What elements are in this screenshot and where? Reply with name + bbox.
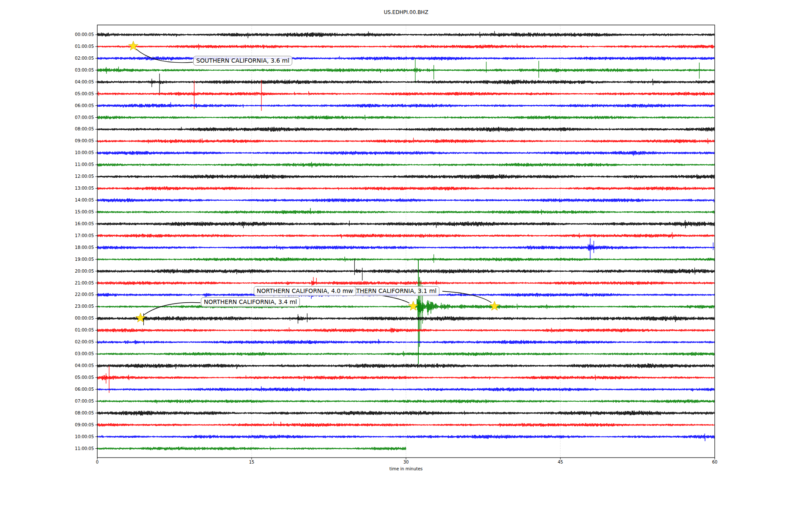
seismogram-figure: US.EDHPI.00.BHZ 00:00:0501:00:0502:00:05… — [0, 0, 812, 508]
trace-20:00:05-20 — [97, 268, 715, 274]
y-tick-label: 00:00:05 — [54, 316, 94, 321]
annotation-arrow — [442, 291, 491, 303]
y-tick-label: 03:00:05 — [54, 68, 94, 73]
trace-01:00:05-1 — [97, 44, 715, 50]
y-tick-label: 05:00:05 — [54, 91, 94, 97]
y-tick-label: 01:00:05 — [54, 328, 94, 333]
trace-13:00:05-13 — [97, 186, 715, 190]
y-tick-label: 15:00:05 — [54, 210, 94, 215]
y-tick-label: 09:00:05 — [54, 138, 94, 144]
y-tick-label: 16:00:05 — [54, 221, 94, 226]
y-tick-label: 11:00:05 — [54, 162, 94, 167]
y-tick-label: 04:00:05 — [54, 80, 94, 85]
x-tick-label: 15 — [249, 460, 255, 464]
trace-08:00:05-8 — [97, 127, 715, 132]
trace-10:00:05-10 — [97, 151, 715, 156]
event-star-icon — [409, 301, 418, 310]
trace-11:00:05-11 — [97, 162, 715, 168]
y-tick-label: 08:00:05 — [54, 127, 94, 132]
y-tick-label: 11:00:05 — [54, 446, 94, 451]
y-tick-label: 07:00:05 — [54, 399, 94, 404]
y-tick-label: 04:00:05 — [54, 363, 94, 368]
y-tick-label: 07:00:05 — [54, 115, 94, 120]
y-tick-label: 02:00:05 — [54, 340, 94, 345]
y-tick-label: 09:00:05 — [54, 422, 94, 428]
y-tick-label: 13:00:05 — [54, 186, 94, 191]
y-tick-label: 08:00:05 — [54, 411, 94, 416]
y-tick-label: 19:00:05 — [54, 257, 94, 262]
trace-04:00:05-28 — [97, 363, 715, 369]
annotation-arrow — [136, 49, 193, 63]
trace-17:00:05-17 — [97, 232, 715, 239]
trace-14:00:05-14 — [97, 198, 715, 202]
trace-05:00:05-5 — [97, 91, 715, 96]
annotation-arrow — [144, 302, 200, 315]
y-tick-label: 18:00:05 — [54, 245, 94, 250]
y-tick-label: 05:00:05 — [54, 375, 94, 380]
x-tick-label: 30 — [403, 460, 409, 464]
trace-18:00:05-18 — [97, 244, 715, 251]
y-tick-label: 10:00:05 — [54, 434, 94, 439]
y-tick-label: 14:00:05 — [54, 198, 94, 203]
y-tick-label: 10:00:05 — [54, 150, 94, 155]
y-tick-label: 20:00:05 — [54, 269, 94, 274]
y-tick-label: 02:00:05 — [54, 56, 94, 61]
seismogram-canvas — [0, 0, 812, 508]
y-tick-label: 06:00:05 — [54, 103, 94, 108]
trace-02:00:05-2 — [97, 56, 715, 61]
event-label: NORTHERN CALIFORNIA, 4.0 mw — [254, 286, 356, 296]
trace-21:00:05-21 — [97, 280, 715, 286]
y-tick-label: 21:00:05 — [54, 281, 94, 286]
y-tick-label: 22:00:05 — [54, 292, 94, 297]
trace-19:00:05-19 — [97, 257, 715, 262]
x-tick-label: 45 — [558, 460, 563, 464]
y-tick-label: 23:00:05 — [54, 304, 94, 309]
y-tick-label: 06:00:05 — [54, 387, 94, 392]
trace-09:00:05-33 — [97, 422, 715, 427]
y-tick-label: 00:00:05 — [54, 32, 94, 37]
y-tick-label: 17:00:05 — [54, 233, 94, 238]
trace-08:00:05-32 — [97, 411, 715, 417]
trace-16:00:05-16 — [97, 220, 715, 228]
x-tick-label: 0 — [96, 460, 99, 464]
x-axis-title: time in minutes — [390, 467, 423, 471]
x-tick-label: 60 — [712, 460, 718, 464]
event-star-icon — [129, 41, 138, 50]
event-label: SOUTHERN CALIFORNIA, 3.6 ml — [193, 56, 292, 66]
trace-07:00:05-7 — [97, 115, 715, 120]
y-tick-label: 01:00:05 — [54, 44, 94, 49]
y-tick-label: 12:00:05 — [54, 174, 94, 179]
y-tick-label: 03:00:05 — [54, 351, 94, 356]
trace-12:00:05-12 — [97, 174, 715, 179]
trace-04:00:05-4 — [97, 79, 715, 85]
event-label: NORTHERN CALIFORNIA, 3.4 ml — [201, 297, 300, 307]
